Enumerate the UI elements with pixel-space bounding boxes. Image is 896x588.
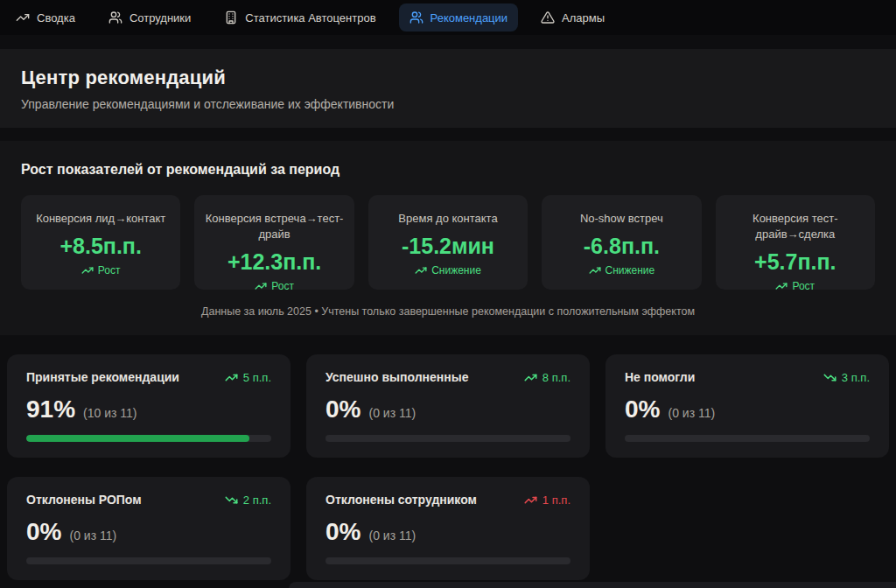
trending-up-icon (415, 264, 427, 276)
stat-fraction: (0 из 11) (668, 406, 715, 420)
users-icon (410, 10, 424, 24)
metric-trend-label: Рост (792, 280, 815, 292)
metric-label: No-show встреч (580, 211, 663, 227)
tab-alarmy[interactable]: Алармы (530, 4, 615, 32)
growth-section-title: Рост показателей от рекомендаций за пери… (21, 162, 875, 178)
growth-section: Рост показателей от рекомендаций за пери… (0, 141, 896, 335)
metric-trend-label: Снижение (431, 264, 481, 276)
building-icon (224, 10, 238, 24)
trending-up-icon (524, 494, 537, 507)
stat-fraction: (0 из 11) (69, 528, 116, 542)
stat-delta-badge: 2 п.п. (225, 494, 271, 507)
stat-delta-badge: 3 п.п. (823, 371, 870, 384)
stat-fraction: (0 из 11) (368, 528, 416, 542)
progress-bar-track (26, 435, 271, 442)
stat-card-not-helped: Не помогли 3 п.п. 0% (0 из 11) (606, 354, 889, 458)
trending-up-icon (225, 371, 238, 384)
metric-trend: Рост (81, 264, 121, 276)
stat-delta-value: 2 п.п. (243, 494, 271, 507)
stat-card-rejected-employee: Отклонены сотрудником 1 п.п. 0% (0 из 11… (306, 477, 590, 580)
trending-up-icon (81, 264, 94, 276)
progress-bar-track (326, 435, 570, 442)
stat-label: Не помогли (625, 370, 695, 384)
tab-label: Алармы (562, 11, 605, 24)
stat-fraction: (0 из 11) (368, 406, 416, 420)
metric-value: +8.5п.п. (60, 234, 141, 259)
users-icon (108, 10, 122, 24)
tab-sotrudniki[interactable]: Сотрудники (98, 4, 201, 32)
metric-trend: Снижение (415, 264, 481, 276)
top-nav: Сводка Сотрудники Статистика Автоцентров… (0, 0, 896, 35)
stat-delta-badge: 1 п.п. (524, 494, 570, 507)
stat-percent: 0% (26, 518, 61, 546)
trending-down-icon (823, 371, 836, 384)
growth-footnote: Данные за июль 2025 • Учтены только заве… (21, 305, 875, 318)
metric-trend-label: Рост (98, 264, 121, 276)
metric-label: Конверсия лид→контакт (36, 211, 165, 227)
page-subtitle: Управление рекомендациями и отслеживание… (21, 97, 875, 111)
metric-value: -6.8п.п. (584, 234, 660, 259)
next-section-edge (289, 582, 896, 588)
metric-value: +12.3п.п. (228, 249, 321, 275)
tab-statistika-avtocentrov[interactable]: Статистика Автоцентров (214, 4, 386, 32)
metric-label: Время до контакта (398, 211, 497, 227)
tab-label: Сотрудники (130, 11, 191, 24)
metric-trend: Снижение (589, 264, 655, 276)
growth-metric-grid: Конверсия лид→контакт +8.5п.п. Рост Конв… (21, 195, 875, 290)
trending-up-icon (589, 264, 601, 276)
stat-delta-value: 1 п.п. (542, 494, 570, 507)
stat-card-completed: Успешно выполненные 8 п.п. 0% (0 из 11) (306, 354, 590, 458)
trending-down-icon (225, 494, 238, 507)
metric-card-time-to-contact: Время до контакта -15.2мин Снижение (368, 195, 528, 290)
stat-percent: 91% (26, 396, 75, 424)
stat-percent: 0% (625, 396, 660, 424)
alert-triangle-icon (541, 10, 555, 24)
stat-label: Успешно выполненные (326, 370, 468, 384)
trending-up-icon (524, 371, 537, 384)
stat-percent: 0% (326, 396, 360, 424)
metric-trend: Рост (775, 280, 815, 292)
stat-delta-value: 3 п.п. (842, 371, 870, 384)
tab-svodka[interactable]: Сводка (5, 4, 86, 32)
trending-up-icon (16, 10, 30, 24)
stat-delta-badge: 5 п.п. (225, 371, 271, 384)
page-header: Центр рекомендаций Управление рекомендац… (0, 49, 896, 128)
stat-fraction: (10 из 11) (83, 406, 136, 420)
metric-label: Конверсия тест-драйв→сделка (724, 211, 866, 242)
metric-label: Конверсия встреча→тест-драйв (203, 211, 345, 242)
stat-delta-value: 8 п.п. (542, 371, 570, 384)
metric-trend-label: Рост (271, 280, 294, 292)
progress-bar-fill (26, 435, 249, 442)
tab-label: Рекомендации (430, 11, 508, 24)
tab-label: Статистика Автоцентров (245, 11, 375, 24)
tab-rekomendacii[interactable]: Рекомендации (399, 4, 519, 32)
metric-card-no-show: No-show встреч -6.8п.п. Снижение (542, 195, 701, 290)
tab-label: Сводка (37, 11, 75, 24)
stat-percent: 0% (326, 518, 360, 546)
stats-grid: Принятые рекомендации 5 п.п. 91% (10 из … (7, 354, 889, 580)
metric-card-testdrive-deal: Конверсия тест-драйв→сделка +5.7п.п. Рос… (716, 195, 875, 290)
stat-card-rejected-rop: Отклонены РОПом 2 п.п. 0% (0 из 11) (7, 477, 290, 580)
stat-card-accepted: Принятые рекомендации 5 п.п. 91% (10 из … (7, 354, 290, 458)
metric-value: -15.2мин (402, 234, 494, 259)
stat-delta-badge: 8 п.п. (524, 371, 570, 384)
metric-value: +5.7п.п. (754, 249, 836, 275)
stat-label: Отклонены сотрудником (326, 493, 477, 507)
metric-card-meeting-testdrive: Конверсия встреча→тест-драйв +12.3п.п. Р… (194, 195, 354, 290)
stat-delta-value: 5 п.п. (243, 371, 271, 384)
metric-trend-label: Снижение (606, 264, 655, 276)
stat-label: Принятые рекомендации (26, 370, 179, 384)
progress-bar-track (625, 435, 870, 442)
progress-bar-track (326, 557, 570, 564)
metric-card-lead-contact: Конверсия лид→контакт +8.5п.п. Рост (21, 195, 180, 290)
stat-label: Отклонены РОПом (26, 493, 142, 507)
trending-up-icon (775, 280, 788, 292)
metric-trend: Рост (255, 280, 294, 292)
page-title: Центр рекомендаций (21, 66, 875, 89)
progress-bar-track (26, 557, 271, 564)
trending-up-icon (255, 280, 267, 292)
